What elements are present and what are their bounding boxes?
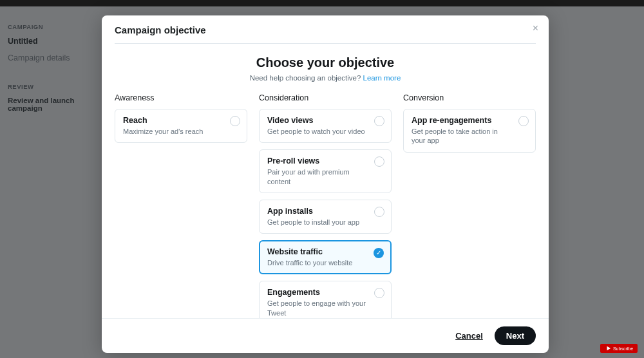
card-title: Reach bbox=[123, 116, 223, 125]
card-title: App re-engagements bbox=[412, 116, 512, 125]
column-header-conversion: Conversion bbox=[403, 93, 536, 102]
card-title: App installs bbox=[267, 207, 368, 216]
radio-icon: ✓ bbox=[518, 116, 529, 126]
topbar bbox=[0, 0, 644, 6]
column-header-awareness: Awareness bbox=[115, 93, 247, 102]
radio-checked-icon: ✓ bbox=[374, 248, 384, 258]
learn-more-link[interactable]: Learn more bbox=[363, 74, 401, 82]
card-desc: Get people to engage with your Tweet bbox=[267, 299, 368, 317]
radio-icon: ✓ bbox=[374, 288, 384, 298]
hero-title: Choose your objective bbox=[115, 55, 536, 70]
card-desc: Drive traffic to your website bbox=[267, 258, 368, 267]
card-title: Video views bbox=[267, 116, 368, 125]
card-title: Website traffic bbox=[267, 247, 368, 256]
card-desc: Get people to install your app bbox=[267, 218, 368, 227]
close-icon[interactable]: × bbox=[533, 23, 538, 33]
radio-icon: ✓ bbox=[374, 116, 384, 126]
card-desc: Pair your ad with premium content bbox=[267, 167, 368, 186]
radio-icon: ✓ bbox=[230, 116, 240, 126]
cancel-button[interactable]: Cancel bbox=[455, 331, 483, 341]
card-desc: Get people to take action in your app bbox=[412, 127, 512, 146]
subscribe-label: Subscribe bbox=[613, 346, 633, 351]
hero-help-text: Need help choosing an objective? Learn m… bbox=[115, 74, 536, 82]
column-consideration: Consideration Video views Get people to … bbox=[259, 93, 392, 318]
objective-app-installs[interactable]: App installs Get people to install your … bbox=[259, 200, 392, 234]
objective-website-traffic[interactable]: Website traffic Drive traffic to your we… bbox=[259, 240, 392, 274]
card-title: Engagements bbox=[267, 288, 368, 297]
play-icon bbox=[606, 346, 611, 351]
modal-header: Campaign objective × bbox=[102, 15, 549, 43]
objective-video-views[interactable]: Video views Get people to watch your vid… bbox=[259, 109, 392, 143]
column-conversion: Conversion App re-engagements Get people… bbox=[403, 93, 536, 159]
objective-reach[interactable]: Reach Maximize your ad's reach ✓ bbox=[115, 109, 247, 143]
objective-engagements[interactable]: Engagements Get people to engage with yo… bbox=[259, 281, 392, 318]
youtube-subscribe-badge[interactable]: Subscribe bbox=[600, 344, 638, 353]
objective-preroll-views[interactable]: Pre-roll views Pair your ad with premium… bbox=[259, 149, 392, 193]
card-title: Pre-roll views bbox=[267, 156, 368, 165]
objective-app-reengagements[interactable]: App re-engagements Get people to take ac… bbox=[403, 109, 536, 153]
radio-icon: ✓ bbox=[374, 207, 384, 217]
objective-columns: Awareness Reach Maximize your ad's reach… bbox=[115, 93, 536, 318]
campaign-objective-modal: Campaign objective × Choose your objecti… bbox=[102, 15, 549, 353]
radio-icon: ✓ bbox=[374, 156, 384, 167]
card-desc: Maximize your ad's reach bbox=[123, 127, 223, 136]
column-awareness: Awareness Reach Maximize your ad's reach… bbox=[115, 93, 247, 149]
modal-body: Choose your objective Need help choosing… bbox=[102, 44, 549, 318]
card-desc: Get people to watch your video bbox=[267, 127, 368, 136]
column-header-consideration: Consideration bbox=[259, 93, 392, 102]
next-button[interactable]: Next bbox=[495, 326, 536, 345]
modal-footer: Cancel Next bbox=[102, 318, 549, 353]
modal-title: Campaign objective bbox=[115, 24, 536, 35]
hero: Choose your objective Need help choosing… bbox=[115, 55, 536, 82]
